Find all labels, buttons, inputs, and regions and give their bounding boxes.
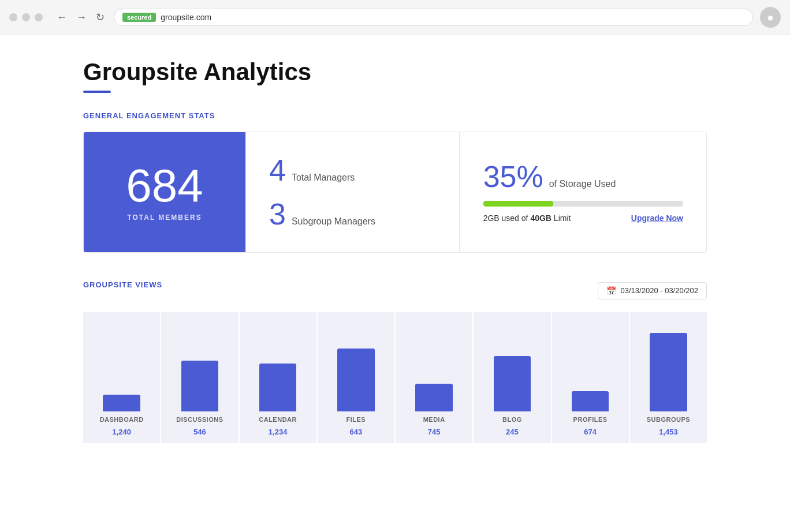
date-range-text: 03/13/2020 - 03/20/202 — [621, 286, 698, 295]
storage-limit: 40GB — [530, 213, 551, 223]
chart-column: CALENDAR1,234 — [240, 312, 318, 443]
chart-bar — [337, 349, 374, 411]
chart-bar — [103, 395, 140, 411]
managers-card: 4 Total Managers 3 Subgroup Managers — [245, 132, 460, 252]
chart-bar — [181, 361, 218, 411]
chart-label: SUBGROUPS — [647, 416, 690, 423]
storage-card: 35% of Storage Used 2GB used of 40GB Lim… — [460, 132, 706, 252]
storage-footer: 2GB used of 40GB Limit Upgrade Now — [483, 213, 683, 223]
url-text: groupsite.com — [161, 13, 211, 22]
forward-button[interactable]: → — [74, 10, 89, 25]
secure-badge: secured — [122, 13, 156, 22]
chart-bar — [494, 356, 531, 411]
storage-header: 35% of Storage Used — [483, 162, 683, 192]
storage-limit-label: Limit — [554, 213, 571, 223]
chart-container: DASHBOARD1,240DISCUSSIONS546CALENDAR1,23… — [83, 312, 707, 443]
total-managers-stat: 4 Total Managers — [269, 155, 436, 185]
chart-column: BLOG245 — [474, 312, 551, 443]
members-label: TOTAL MEMBERS — [127, 213, 202, 222]
subgroup-managers-number: 3 — [269, 199, 286, 229]
user-icon: ● — [767, 11, 774, 24]
back-button[interactable]: ← — [54, 10, 69, 25]
user-avatar[interactable]: ● — [760, 7, 781, 28]
traffic-light-close — [9, 13, 17, 21]
chart-value: 674 — [584, 428, 597, 443]
storage-progress-fill — [483, 201, 553, 207]
chart-value: 745 — [428, 428, 441, 443]
subgroup-managers-stat: 3 Subgroup Managers — [269, 199, 436, 229]
chart-value: 546 — [193, 428, 206, 443]
chart-column: SUBGROUPS1,453 — [630, 312, 707, 443]
storage-progress-bar — [483, 201, 683, 207]
calendar-icon: 📅 — [606, 286, 616, 295]
chart-column: MEDIA745 — [396, 312, 474, 443]
chart-bar — [259, 364, 296, 411]
upgrade-now-button[interactable]: Upgrade Now — [631, 213, 683, 223]
bar-wrapper — [244, 319, 312, 411]
date-range-picker[interactable]: 📅 03/13/2020 - 03/20/202 — [598, 282, 707, 299]
total-managers-label: Total Managers — [292, 173, 355, 183]
title-underline — [83, 91, 111, 93]
chart-bar — [650, 333, 687, 411]
bar-wrapper — [635, 319, 702, 411]
storage-label: of Storage Used — [549, 179, 616, 189]
chart-label: CALENDAR — [259, 416, 297, 423]
storage-usage-text: 2GB used of 40GB Limit — [483, 213, 571, 223]
chart-bar — [415, 384, 452, 411]
chart-value: 1,240 — [112, 428, 131, 443]
page-title: Groupsite Analytics — [83, 58, 707, 86]
browser-chrome: ← → ↻ secured groupsite.com ● — [0, 0, 790, 35]
stats-row: 684 TOTAL MEMBERS 4 Total Managers 3 Sub… — [83, 132, 707, 253]
chart-label: BLOG — [502, 416, 522, 423]
storage-used: 2GB — [483, 213, 500, 223]
chart-label: DASHBOARD — [100, 416, 144, 423]
chart-bar — [572, 391, 609, 411]
bar-wrapper — [166, 319, 233, 411]
chart-label: MEDIA — [423, 416, 445, 423]
members-card: 684 TOTAL MEMBERS — [84, 132, 245, 252]
address-bar[interactable]: secured groupsite.com — [114, 9, 753, 26]
total-managers-number: 4 — [269, 155, 286, 185]
chart-column: DASHBOARD1,240 — [83, 312, 161, 443]
chart-label: DISCUSSIONS — [176, 416, 223, 423]
traffic-lights — [9, 13, 43, 21]
bar-wrapper — [322, 319, 390, 411]
views-label: GROUPSITE VIEWS — [83, 280, 162, 289]
general-stats-header: GENERAL ENGAGEMENT STATS — [83, 111, 707, 120]
views-section-header: GROUPSITE VIEWS 📅 03/13/2020 - 03/20/202 — [83, 280, 707, 301]
bar-wrapper — [400, 319, 468, 411]
storage-used-of: used of — [502, 213, 531, 223]
bar-wrapper — [88, 319, 155, 411]
chart-value: 245 — [506, 428, 519, 443]
chart-label: PROFILES — [573, 416, 608, 423]
chart-label: FILES — [346, 416, 366, 423]
nav-buttons: ← → ↻ — [54, 10, 107, 25]
chart-value: 643 — [350, 428, 363, 443]
bar-wrapper — [557, 319, 624, 411]
chart-column: DISCUSSIONS546 — [161, 312, 239, 443]
storage-percent: 35% — [483, 162, 543, 192]
chart-column: PROFILES674 — [552, 312, 630, 443]
traffic-light-max — [35, 13, 43, 21]
chart-column: FILES643 — [318, 312, 396, 443]
chart-value: 1,453 — [659, 428, 678, 443]
page-content: Groupsite Analytics GENERAL ENGAGEMENT S… — [49, 35, 741, 466]
chart-value: 1,234 — [269, 428, 288, 443]
refresh-button[interactable]: ↻ — [94, 10, 107, 25]
subgroup-managers-label: Subgroup Managers — [292, 216, 375, 227]
traffic-light-min — [22, 13, 30, 21]
bar-wrapper — [478, 319, 546, 411]
members-number: 684 — [126, 163, 203, 209]
